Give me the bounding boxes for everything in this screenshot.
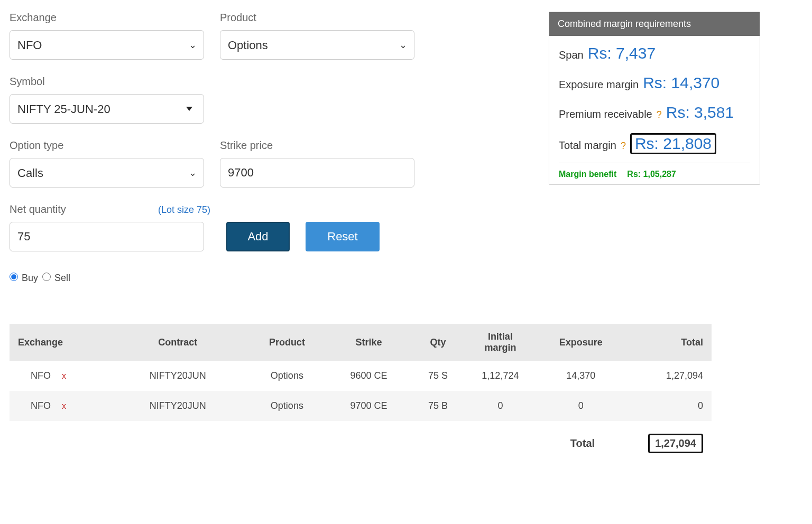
side-radio-group: Buy Sell <box>10 273 469 284</box>
radio-sell-wrap[interactable]: Sell <box>42 273 70 284</box>
cell-total: 0 <box>627 391 712 421</box>
field-product: Product Options ⌄ <box>220 12 414 60</box>
delete-row-icon[interactable]: x <box>59 371 66 380</box>
cell-total: 1,27,094 <box>627 361 712 391</box>
cell-exchange: NFO <box>31 400 51 411</box>
table-header-row: Exchange Contract Product Strike Qty Ini… <box>10 324 712 361</box>
table-row: NFO xNIFTY20JUNOptions9700 CE75 B000 <box>10 391 712 421</box>
summary-span-label: Span <box>559 49 584 61</box>
summary-total-value: Rs: 21,808 <box>635 135 712 152</box>
select-exchange[interactable]: NFO <box>10 30 204 60</box>
summary-premium-row: Premium receivable ? Rs: 3,581 <box>559 104 750 121</box>
margin-summary-card: Combined margin requirements Span Rs: 7,… <box>549 12 760 185</box>
field-net-qty: Net quantity (Lot size 75) <box>10 203 210 251</box>
cell-qty: 75 B <box>410 391 466 421</box>
select-symbol[interactable]: NIFTY 25-JUN-20 <box>10 94 204 124</box>
field-strike-price: Strike price <box>220 139 414 188</box>
input-strike-price[interactable] <box>220 158 414 188</box>
th-strike: Strike <box>327 324 410 361</box>
th-exchange: Exchange <box>10 324 109 361</box>
summary-exposure-value: Rs: 14,370 <box>643 74 719 92</box>
cell-initial: 0 <box>466 391 534 421</box>
table-total-row: Total 1,27,094 <box>10 424 712 463</box>
th-product: Product <box>246 324 327 361</box>
summary-total-row: Total margin ? Rs: 21,808 <box>559 133 750 154</box>
summary-span-row: Span Rs: 7,437 <box>559 44 750 62</box>
summary-exposure-row: Exposure margin Rs: 14,370 <box>559 74 750 92</box>
select-product[interactable]: Options <box>220 30 414 60</box>
label-product: Product <box>220 12 414 24</box>
input-net-qty[interactable] <box>10 222 204 251</box>
cell-qty: 75 S <box>410 361 466 391</box>
cell-initial: 1,12,724 <box>466 361 534 391</box>
select-option-type[interactable]: Calls <box>10 158 204 188</box>
label-strike-price: Strike price <box>220 139 414 152</box>
table-total-value: 1,27,094 <box>648 434 703 453</box>
table-total-label: Total <box>543 424 622 463</box>
th-qty: Qty <box>410 324 466 361</box>
radio-sell[interactable] <box>42 273 51 281</box>
cell-contract: NIFTY20JUN <box>109 391 246 421</box>
cell-product: Options <box>246 391 327 421</box>
delete-row-icon[interactable]: x <box>59 401 66 410</box>
label-symbol: Symbol <box>10 76 204 88</box>
th-contract: Contract <box>109 324 246 361</box>
help-icon[interactable]: ? <box>621 141 626 152</box>
margin-summary-header: Combined margin requirements <box>549 12 760 36</box>
field-symbol: Symbol NIFTY 25-JUN-20 <box>10 76 204 124</box>
radio-sell-label: Sell <box>54 273 70 283</box>
summary-benefit-label: Margin benefit <box>559 170 616 179</box>
summary-span-value: Rs: 7,437 <box>588 44 656 62</box>
radio-buy-label: Buy <box>22 273 38 283</box>
th-total: Total <box>627 324 712 361</box>
field-exchange: Exchange NFO ⌄ <box>10 12 204 60</box>
positions-table: Exchange Contract Product Strike Qty Ini… <box>10 324 712 421</box>
summary-exposure-label: Exposure margin <box>559 79 639 91</box>
radio-buy-wrap[interactable]: Buy <box>10 273 38 284</box>
help-icon[interactable]: ? <box>657 109 662 120</box>
add-button[interactable]: Add <box>226 222 290 251</box>
field-option-type: Option type Calls ⌄ <box>10 139 204 188</box>
cell-exposure: 0 <box>534 391 627 421</box>
label-option-type: Option type <box>10 139 204 152</box>
cell-exchange: NFO <box>31 370 51 381</box>
radio-buy[interactable] <box>10 273 18 281</box>
cell-strike: 9600 CE <box>327 361 410 391</box>
summary-benefit-row: Margin benefit Rs: 1,05,287 <box>559 163 750 179</box>
lot-size-hint: (Lot size 75) <box>158 204 210 216</box>
positions-table-wrap: Exchange Contract Product Strike Qty Ini… <box>10 324 712 463</box>
cell-exposure: 14,370 <box>534 361 627 391</box>
summary-total-label: Total margin <box>559 139 616 152</box>
summary-benefit-value: Rs: 1,05,287 <box>627 170 676 179</box>
label-exchange: Exchange <box>10 12 204 24</box>
summary-premium-label: Premium receivable <box>559 108 652 120</box>
cell-strike: 9700 CE <box>327 391 410 421</box>
reset-button[interactable]: Reset <box>306 222 380 251</box>
order-form: Exchange NFO ⌄ Product Options ⌄ <box>10 12 469 284</box>
th-exposure: Exposure <box>534 324 627 361</box>
cell-contract: NIFTY20JUN <box>109 361 246 391</box>
th-initial: Initial margin <box>466 324 534 361</box>
table-row: NFO xNIFTY20JUNOptions9600 CE75 S1,12,72… <box>10 361 712 391</box>
summary-premium-value: Rs: 3,581 <box>666 104 734 121</box>
label-net-qty: Net quantity <box>10 203 66 216</box>
cell-product: Options <box>246 361 327 391</box>
